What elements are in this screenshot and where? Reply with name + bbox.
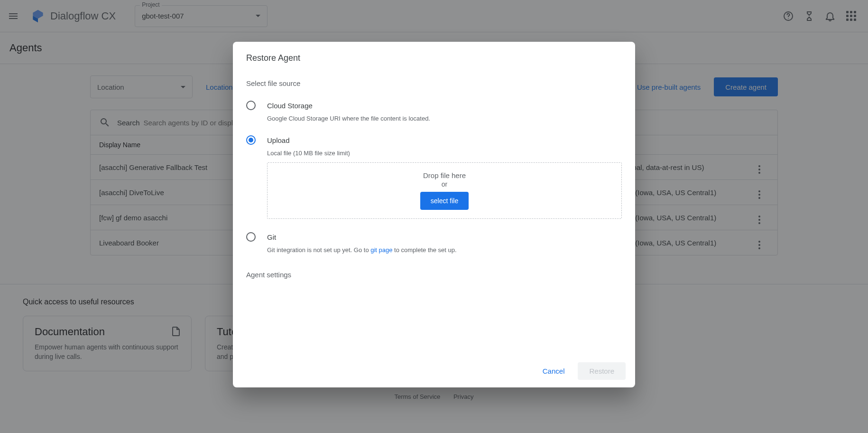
dropzone-text: Drop file here: [276, 171, 613, 179]
radio-icon: [246, 232, 256, 242]
cancel-button[interactable]: Cancel: [533, 362, 574, 380]
modal-scrim[interactable]: Restore Agent Select file source Cloud S…: [0, 0, 868, 433]
cloud-storage-radio[interactable]: Cloud Storage: [246, 101, 622, 110]
file-dropzone[interactable]: Drop file here or select file: [267, 162, 622, 219]
modal-title: Restore Agent: [233, 42, 635, 68]
modal-footer: Cancel Restore: [233, 355, 635, 387]
git-radio[interactable]: Git: [246, 232, 622, 242]
upload-radio[interactable]: Upload: [246, 135, 622, 145]
git-page-link[interactable]: git page: [370, 246, 392, 254]
git-desc: Git integration is not set up yet. Go to…: [267, 246, 622, 254]
restore-agent-modal: Restore Agent Select file source Cloud S…: [233, 42, 635, 387]
cloud-storage-desc: Google Cloud Storage URI where the file …: [267, 115, 622, 122]
radio-label: Upload: [267, 136, 290, 144]
radio-label: Git: [267, 233, 276, 241]
radio-icon: [246, 101, 256, 110]
radio-icon: [246, 135, 256, 145]
restore-button: Restore: [578, 362, 626, 380]
radio-label: Cloud Storage: [267, 102, 313, 110]
dropzone-or: or: [276, 180, 613, 188]
select-file-button[interactable]: select file: [420, 192, 469, 210]
modal-body: Select file source Cloud Storage Google …: [233, 68, 635, 355]
source-section-label: Select file source: [246, 79, 622, 87]
agent-settings-section-label: Agent settings: [246, 271, 622, 279]
upload-desc: Local file (10 MB file size limit): [267, 150, 622, 157]
